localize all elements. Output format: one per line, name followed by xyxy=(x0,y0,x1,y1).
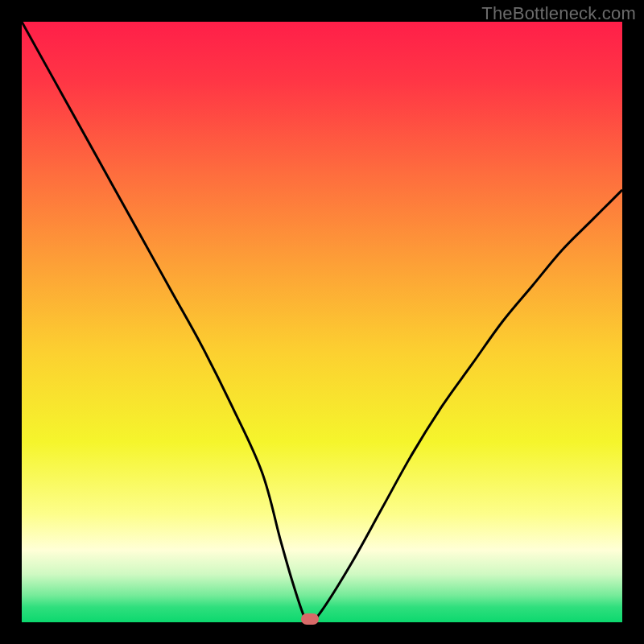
bottleneck-curve xyxy=(22,22,622,622)
plot-area xyxy=(22,22,622,622)
chart-frame: TheBottleneck.com xyxy=(0,0,644,644)
watermark-text: TheBottleneck.com xyxy=(481,3,636,24)
optimum-marker xyxy=(301,613,319,625)
